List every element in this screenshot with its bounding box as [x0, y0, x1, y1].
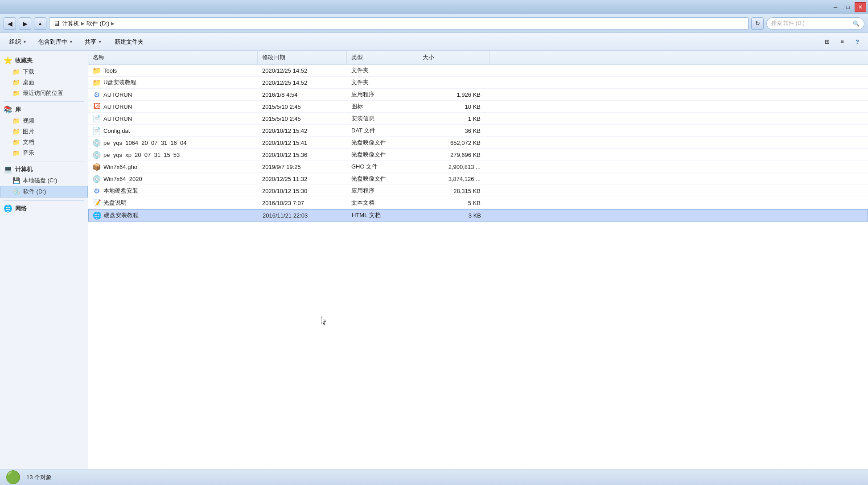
share-button[interactable]: 共享 ▼ [80, 36, 107, 48]
table-row[interactable]: 💿 pe_yqs_xp_20_07_31_15_53 2020/10/12 15… [88, 149, 868, 161]
up-button[interactable]: ▲ [34, 17, 46, 30]
library-header[interactable]: 📚 库 [0, 103, 88, 115]
maximize-button[interactable]: □ [842, 2, 854, 12]
file-rows: 📁 Tools 2020/12/25 14:52 文件夹 📁 U盘安装教程 20… [88, 65, 868, 222]
view-details-button[interactable]: ≡ [836, 36, 848, 48]
search-placeholder: 搜索 软件 (D:) [771, 20, 853, 27]
file-size-cell: 279,696 KB [418, 150, 490, 160]
breadcrumb-drive[interactable]: 软件 (D:) [86, 20, 109, 28]
table-row[interactable]: 📁 Tools 2020/12/25 14:52 文件夹 [88, 65, 868, 77]
recent-icon: 📁 [12, 90, 20, 97]
file-name: AUTORUN [103, 115, 132, 122]
sidebar-item-recent[interactable]: 📁 最近访问的位置 [0, 88, 88, 99]
sidebar-item-pictures[interactable]: 📁 图片 [0, 126, 88, 137]
file-name-cell: 📄 AUTORUN [88, 113, 258, 124]
col-size[interactable]: 大小 [418, 51, 490, 64]
file-type: 文件夹 [351, 66, 369, 74]
file-type-cell: 文件夹 [347, 65, 418, 76]
file-list-container: 名称 修改日期 类型 大小 📁 Tools 2020/12/25 14:52 文… [88, 51, 868, 469]
breadcrumb[interactable]: 🖥 计算机 ▶ 软件 (D:) ▶ [49, 17, 749, 30]
file-size-cell: 28,315 KB [418, 186, 490, 196]
sidebar-item-documents[interactable]: 📁 文档 [0, 137, 88, 148]
table-row[interactable]: ⚙ 本地硬盘安装 2020/10/12 15:30 应用程序 28,315 KB [88, 185, 868, 197]
file-date: 2020/12/25 14:52 [262, 79, 307, 86]
table-row[interactable]: 📄 Config.dat 2020/10/12 15:42 DAT 文件 36 … [88, 125, 868, 137]
file-date-cell: 2016/11/21 22:03 [258, 210, 347, 221]
table-row[interactable]: 🌐 硬盘安装教程 2016/11/21 22:03 HTML 文档 3 KB [88, 209, 868, 222]
file-type-cell: 文本文档 [347, 197, 418, 209]
sidebar-item-video[interactable]: 📁 视频 [0, 115, 88, 126]
table-row[interactable]: ⚙ AUTORUN 2016/1/8 4:54 应用程序 1,926 KB [88, 89, 868, 101]
close-button[interactable]: ✕ [855, 2, 866, 12]
file-name: Win7x64.gho [103, 164, 137, 170]
file-date: 2016/1/8 4:54 [262, 91, 298, 98]
file-icon: 📁 [93, 66, 101, 74]
statusbar-app-icon: 🟢 [5, 470, 21, 485]
file-date-cell: 2015/5/10 2:45 [258, 114, 347, 124]
file-size-cell: 10 KB [418, 102, 490, 112]
file-size: 3 KB [469, 212, 481, 219]
file-name-cell: ⚙ 本地硬盘安装 [88, 185, 258, 197]
col-name[interactable]: 名称 [88, 51, 258, 64]
include-library-button[interactable]: 包含到库中 ▼ [33, 36, 78, 48]
share-arrow: ▼ [98, 40, 102, 44]
sidebar-item-cdrive[interactable]: 💾 本地磁盘 (C:) [0, 175, 88, 186]
network-header[interactable]: 🌐 网络 [0, 202, 88, 214]
minimize-button[interactable]: ─ [830, 2, 841, 12]
computer-header[interactable]: 💻 计算机 [0, 163, 88, 175]
file-type-cell: 光盘映像文件 [347, 173, 418, 185]
file-icon: 🌐 [93, 211, 101, 219]
library-icon: 📚 [4, 105, 12, 114]
cdrive-icon: 💾 [12, 177, 20, 184]
table-row[interactable]: 💿 Win7x64_2020 2020/12/25 11:32 光盘映像文件 3… [88, 173, 868, 185]
sidebar-item-music[interactable]: 📁 音乐 [0, 148, 88, 158]
table-row[interactable]: 💿 pe_yqs_1064_20_07_31_16_04 2020/10/12 … [88, 137, 868, 149]
refresh-button[interactable]: ↻ [751, 17, 764, 30]
col-date[interactable]: 修改日期 [258, 51, 347, 64]
statusbar-count: 13 个对象 [26, 473, 52, 481]
file-name: AUTORUN [103, 103, 132, 110]
file-date: 2020/10/12 15:36 [262, 152, 307, 158]
help-button[interactable]: ? [851, 36, 864, 48]
table-row[interactable]: 🖼 AUTORUN 2015/5/10 2:45 图标 10 KB [88, 101, 868, 113]
file-date-cell: 2015/5/10 2:45 [258, 102, 347, 112]
file-date: 2019/9/7 19:25 [262, 164, 301, 170]
documents-icon: 📁 [12, 139, 20, 146]
file-date: 2015/5/10 2:45 [262, 115, 301, 122]
back-button[interactable]: ◀ [4, 17, 16, 30]
file-date: 2020/12/25 11:32 [262, 176, 307, 182]
table-row[interactable]: 📦 Win7x64.gho 2019/9/7 19:25 GHO 文件 2,90… [88, 161, 868, 173]
favorites-header[interactable]: ⭐ 收藏夹 [0, 54, 88, 66]
breadcrumb-computer[interactable]: 计算机 [62, 20, 79, 28]
file-size: 5 KB [468, 200, 481, 206]
titlebar: ─ □ ✕ [0, 0, 868, 14]
sidebar-item-desktop[interactable]: 📁 桌面 [0, 77, 88, 88]
table-row[interactable]: 📝 光盘说明 2016/10/23 7:07 文本文档 5 KB [88, 197, 868, 209]
search-icon[interactable]: 🔍 [853, 21, 860, 27]
file-type-cell: HTML 文档 [347, 210, 419, 221]
file-size-cell: 5 KB [418, 198, 490, 208]
file-type-cell: 文件夹 [347, 77, 418, 88]
forward-button[interactable]: ▶ [19, 17, 31, 30]
file-type-cell: 光盘映像文件 [347, 137, 418, 148]
sidebar-item-ddrive[interactable]: 💿 软件 (D:) [0, 186, 88, 197]
favorites-section: ⭐ 收藏夹 📁 下载 📁 桌面 📁 最近访问的位置 [0, 54, 88, 99]
view-button[interactable]: ⊞ [821, 36, 833, 48]
table-row[interactable]: 📄 AUTORUN 2015/5/10 2:45 安装信息 1 KB [88, 113, 868, 125]
file-size: 1,926 KB [457, 91, 481, 98]
file-type: GHO 文件 [351, 163, 378, 171]
col-type[interactable]: 类型 [347, 51, 418, 64]
sidebar-item-download[interactable]: 📁 下载 [0, 66, 88, 77]
file-type: 安装信息 [351, 115, 374, 123]
table-row[interactable]: 📁 U盘安装教程 2020/12/25 14:52 文件夹 [88, 77, 868, 89]
file-type: DAT 文件 [351, 127, 375, 135]
breadcrumb-arrow-2: ▶ [111, 21, 115, 26]
search-bar[interactable]: 搜索 软件 (D:) 🔍 [766, 17, 864, 30]
file-size-cell [418, 81, 490, 84]
file-size-cell: 1,926 KB [418, 90, 490, 100]
organize-button[interactable]: 组织 ▼ [4, 36, 32, 48]
file-name: Config.dat [103, 127, 130, 134]
music-icon: 📁 [12, 149, 20, 156]
new-folder-button[interactable]: 新建文件夹 [109, 36, 149, 48]
file-icon: 💿 [93, 139, 101, 147]
